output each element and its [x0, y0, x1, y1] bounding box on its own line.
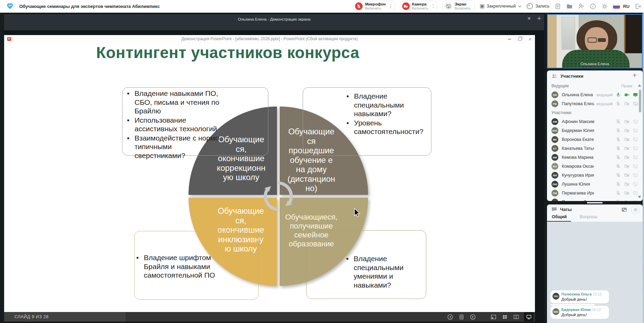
record-button[interactable]: Запись [527, 3, 549, 9]
status-icons [616, 155, 638, 160]
camera-off-icon [624, 164, 629, 169]
camera-sublabel: Включить [412, 7, 428, 10]
speaker-video-tile[interactable]: Ольхина Елена [547, 14, 643, 68]
avatar: КМ [551, 154, 558, 161]
webcam-person-glasses [588, 37, 597, 43]
minimize-window-icon[interactable] [508, 39, 511, 40]
language-label[interactable]: RU [623, 4, 630, 9]
camera-off-icon [624, 146, 629, 151]
webcam-background [548, 15, 557, 68]
right-panel: Ольхина Елена Участники + Ведущие Права … [547, 12, 643, 323]
notes-icon[interactable] [555, 3, 561, 10]
add-share-icon[interactable]: + [535, 15, 544, 22]
popout-chat-button[interactable] [620, 205, 628, 214]
leave-meeting-icon[interactable] [635, 3, 641, 10]
layout-grid-icon [480, 4, 484, 9]
add-participant-button[interactable]: + [630, 71, 639, 79]
participant-row[interactable]: АМ Афонин Максим [551, 117, 643, 126]
participant-row[interactable]: ПИ Пермагаева Ирина Александро... [551, 189, 643, 198]
participants-icon [551, 73, 557, 79]
chat-settings-gear-icon[interactable] [631, 205, 640, 214]
layout-selector[interactable]: Закрепленный [480, 4, 522, 9]
status-icons [616, 164, 638, 169]
screenshare-off-icon [633, 155, 638, 160]
info-icon[interactable] [590, 3, 596, 10]
screenshare-off-icon [633, 137, 638, 142]
restore-window-icon[interactable] [518, 37, 522, 41]
bullets-family: Владение специальными умениями и навыкам… [345, 254, 425, 290]
mic-more-menu[interactable] [388, 1, 393, 11]
hosts-rows: ОЕ Ольхина Елена ведущий [551, 90, 643, 108]
status-icons [616, 137, 638, 142]
next-slide-button[interactable] [469, 313, 476, 320]
tab-questions[interactable]: Вопросы [580, 214, 597, 219]
participants-title: Участники [560, 74, 583, 79]
scroll-up-arrow[interactable] [638, 84, 641, 87]
camera-more-menu[interactable] [430, 1, 436, 11]
participant-row[interactable]: ВЕ Воронова Екатерина [551, 135, 643, 144]
participant-row[interactable]: КО Комарова Оксана Евгеньевна [551, 162, 643, 171]
camera-off-icon [624, 182, 629, 187]
close-window-icon[interactable]: × [528, 36, 532, 42]
status-icons [616, 173, 638, 178]
participants-scrollbar[interactable] [639, 90, 641, 112]
normal-view-button[interactable] [490, 313, 497, 320]
avatar: ПО [552, 293, 559, 300]
top-bar-controls: МикрофонВключить КамераВключить ЭкранВкл… [353, 0, 641, 12]
screen-share-button[interactable]: ЭкранВключить [442, 1, 474, 12]
mic-muted-icon [616, 128, 621, 133]
participant-row[interactable]: КТ Канатьева Татьяна [551, 144, 643, 153]
layout-label: Закрепленный [487, 4, 516, 9]
mic-muted-icon [616, 182, 621, 187]
add-user-icon[interactable] [578, 3, 584, 10]
participant-row[interactable]: ПЕ Папуткова Елизавета ведущий [551, 99, 643, 108]
microphone-button[interactable]: МикрофонВключить [353, 1, 395, 12]
slide-canvas: Контингент участников конкурса Обучающие… [4, 43, 535, 312]
screenshare-on-icon [633, 92, 638, 97]
rights-label[interactable]: Права [621, 84, 632, 88]
bullet-item: Использование ассистивных технологий [126, 116, 264, 133]
webcam-doorway [624, 15, 642, 53]
status-icons [616, 119, 638, 124]
camera-button[interactable]: КамераВключить [400, 1, 438, 12]
scroll-down-arrow[interactable] [638, 196, 641, 198]
participant-row[interactable]: КИ Кучугурова Ирина Евгеньевна [551, 171, 643, 180]
participant-row[interactable]: ПО Полюхина Ольга [551, 198, 643, 201]
powerpoint-window: P Демонстрация PowerPoint - [абилимпикс … [4, 35, 535, 322]
language-flag-icon[interactable] [613, 4, 620, 9]
gear-icon[interactable] [601, 3, 608, 10]
bullets-inclusive: Владение шрифтом Брайля и навыками самос… [136, 253, 253, 280]
chat-message-partial [550, 304, 595, 305]
participant-row[interactable]: КМ Кемова Марина [551, 153, 643, 162]
status-icons [616, 146, 638, 151]
bullets-home: Владение специальными навыками?Уровень с… [346, 92, 428, 136]
slideshow-view-button[interactable] [524, 312, 534, 321]
app-window: Обучающие семинары для экспертов чемпион… [0, 0, 644, 323]
reading-view-button[interactable] [513, 313, 519, 320]
avatar: БЮ [552, 308, 559, 315]
participant-role: ведущий [594, 102, 613, 106]
message-text: Добрый день! [561, 313, 606, 317]
status-icons [616, 128, 638, 133]
participant-row[interactable]: ОЕ Ольхина Елена ведущий [551, 90, 643, 99]
folder-icon[interactable] [566, 3, 573, 10]
powerpoint-window-title: Демонстрация PowerPoint - [абилимпикс 20… [4, 36, 535, 41]
grid-view-button[interactable] [501, 313, 508, 320]
screenshare-off-icon [633, 119, 638, 124]
participant-row[interactable]: ЛЮ Лушина Юлия [551, 180, 643, 189]
participant-name: Кемова Марина [562, 155, 594, 160]
tab-general-chat[interactable]: Общий [552, 214, 567, 219]
participant-row[interactable]: БЮ Бидерман Юлия Владимировна [551, 126, 643, 135]
panel-resize-handle[interactable] [547, 201, 643, 204]
status-icons [616, 191, 638, 196]
prev-slide-button[interactable] [447, 313, 453, 320]
close-share-icon[interactable]: × [525, 15, 534, 22]
camera-off-icon [624, 137, 629, 142]
camera-off-icon [624, 173, 629, 178]
notes-button[interactable] [458, 313, 465, 320]
share-tab-title: Ольхина Елена - Демонстрация экрана [4, 17, 544, 21]
attendees-section-header: Участники [551, 108, 643, 117]
participant-name: Пермагаева Ирина Александро... [562, 191, 594, 196]
window-scrollbar[interactable] [643, 12, 644, 323]
top-bar: Обучающие семинары для экспертов чемпион… [0, 0, 644, 13]
